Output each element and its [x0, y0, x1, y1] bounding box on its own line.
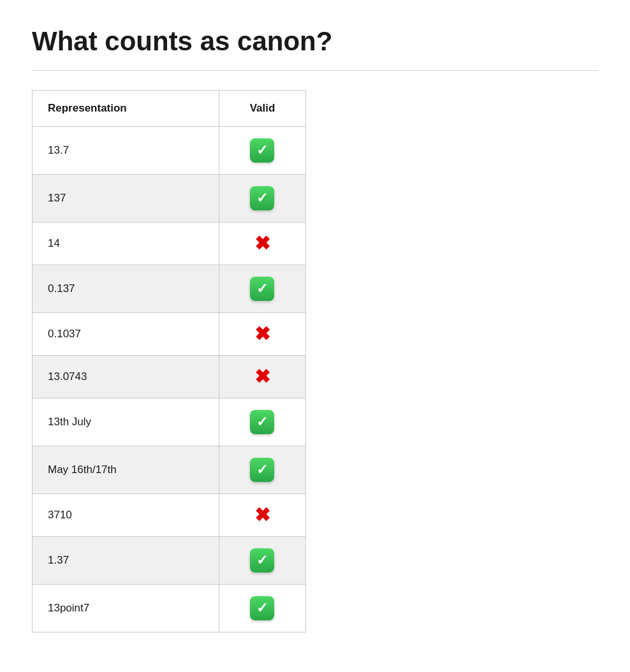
cell-valid: ✖ [219, 223, 305, 265]
cross-icon: ✖ [254, 234, 270, 253]
cell-representation: 14 [33, 223, 219, 265]
table-row: 1.37✓ [33, 537, 306, 585]
cell-valid: ✓ [219, 127, 305, 175]
check-icon: ✓ [250, 186, 274, 210]
cell-representation: 1.37 [33, 537, 219, 585]
cell-valid: ✓ [219, 398, 305, 446]
check-icon: ✓ [250, 277, 274, 301]
table-row: May 16th/17th✓ [33, 446, 306, 494]
check-icon: ✓ [250, 138, 274, 163]
cell-representation: 3710 [33, 494, 219, 537]
cross-icon: ✖ [254, 367, 270, 386]
cell-valid: ✓ [219, 585, 305, 632]
cell-valid: ✖ [219, 494, 305, 537]
table-row: 13th July✓ [33, 398, 306, 446]
check-icon: ✓ [250, 596, 274, 620]
section-divider [32, 70, 598, 71]
cell-valid: ✓ [219, 446, 305, 494]
check-icon: ✓ [250, 458, 274, 482]
cell-representation: 13th July [33, 398, 219, 446]
page-title: What counts as canon? [32, 26, 598, 57]
canon-table: Representation Valid 13.7✓137✓14✖0.137✓0… [32, 90, 306, 632]
cell-valid: ✖ [219, 356, 305, 398]
table-row: 13.7✓ [33, 127, 306, 175]
cell-representation: 13.0743 [33, 356, 219, 398]
cell-representation: 0.137 [33, 265, 219, 313]
cell-representation: 137 [33, 175, 219, 223]
col-header-representation: Representation [33, 91, 219, 127]
cell-representation: 13.7 [33, 127, 219, 175]
cell-representation: 0.1037 [33, 313, 219, 356]
cell-representation: May 16th/17th [33, 446, 219, 494]
check-icon: ✓ [250, 410, 274, 434]
cell-valid: ✓ [219, 265, 305, 313]
cell-valid: ✖ [219, 313, 305, 356]
table-row: 0.1037✖ [33, 313, 306, 356]
check-icon: ✓ [250, 548, 274, 573]
cell-valid: ✓ [219, 537, 305, 585]
table-row: 13.0743✖ [33, 356, 306, 398]
table-row: 0.137✓ [33, 265, 306, 313]
cross-icon: ✖ [254, 325, 270, 344]
table-row: 14✖ [33, 223, 306, 265]
table-header-row: Representation Valid [33, 91, 306, 127]
table-row: 13point7✓ [33, 585, 306, 632]
cell-valid: ✓ [219, 175, 305, 223]
cross-icon: ✖ [254, 506, 270, 525]
table-row: 3710✖ [33, 494, 306, 537]
col-header-valid: Valid [219, 91, 305, 127]
cell-representation: 13point7 [33, 585, 219, 632]
table-row: 137✓ [33, 175, 306, 223]
